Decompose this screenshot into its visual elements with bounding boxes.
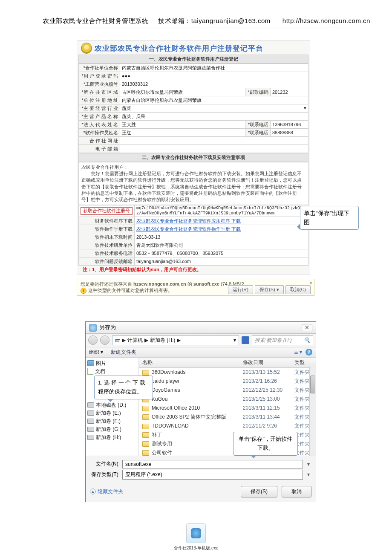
email[interactable] xyxy=(120,145,308,153)
callout-click-save: 单击“保存”，开始软件下载。 xyxy=(233,432,298,456)
dev-unit: 青岛太阳软件有限公司 xyxy=(135,241,308,249)
zipcode[interactable]: 201232 xyxy=(271,88,308,96)
nav-fwd-button[interactable] xyxy=(100,335,110,345)
nav-back-button[interactable] xyxy=(88,335,98,345)
note-red: 注：1、用户登录密码初始默认为sun，用户可自行更改。 xyxy=(78,266,308,273)
installer-caption: 合作社2013-单机版.exe xyxy=(43,545,349,551)
col-name[interactable]: 名称 xyxy=(139,358,239,368)
folder-icon xyxy=(142,414,149,420)
operator-name[interactable]: 王红 xyxy=(120,129,245,137)
folder-icon xyxy=(142,424,149,429)
service-phone: 0532－85877479、85080700、85932075 xyxy=(135,249,308,257)
documents-icon xyxy=(87,368,93,375)
download-manual-link[interactable]: 农业部农民专业合作社财务管理软件操作手册 下载 xyxy=(136,226,241,231)
hide-folders-toggle[interactable]: ▲隐藏文件夹 xyxy=(90,488,123,495)
system-name: 农业部农民专业合作社财务管理系统 xyxy=(43,17,148,25)
warning-icon: ! xyxy=(81,288,86,294)
organize-menu[interactable]: 组织 ▾ xyxy=(89,349,103,355)
cancel-button[interactable]: 取消(C) xyxy=(285,285,311,294)
installer-icon xyxy=(186,523,206,543)
address[interactable]: 内蒙古自治区呼伦贝尔市农垦局阿荣旗 xyxy=(120,96,308,104)
help-icon[interactable]: ? xyxy=(306,349,312,356)
filename-label: 文件名(N): xyxy=(90,460,120,468)
col-type[interactable]: 类型 xyxy=(291,358,316,368)
refresh-icon[interactable] xyxy=(242,336,249,344)
folder-tree[interactable]: 图片 文档 本地磁盘 (D:) 新加卷 (E:) 新加卷 (F:) 新加卷 (G… xyxy=(86,358,139,456)
list-item[interactable]: baidu player2013/2/1 16:26文件夹 xyxy=(139,377,316,386)
list-item[interactable]: 360Downloads2013/3/13 15:52文件夹 xyxy=(139,367,316,377)
chevron-down-icon[interactable]: ▾ xyxy=(306,461,311,467)
new-folder-button[interactable]: 新建文件夹 xyxy=(111,349,136,355)
col-date[interactable]: 修改日期 xyxy=(239,358,291,368)
doc-header: 农业部农民专业合作社财务管理系统 技术邮箱：taiyangruanjian@16… xyxy=(43,17,349,28)
download-program-link[interactable]: 农业部农民专业合作社财务管理软件应用程序 下载 xyxy=(136,218,241,223)
license-no[interactable]: 2013030312 xyxy=(120,80,308,88)
view-menu[interactable]: ≣ ▾ xyxy=(294,349,302,355)
drive-icon xyxy=(87,402,94,408)
folder-icon xyxy=(142,406,149,411)
chevron-down-icon[interactable]: ▾ xyxy=(306,471,311,477)
search-input[interactable]: 搜索 新加卷 (H:)🔍 xyxy=(252,335,313,345)
folder-icon xyxy=(142,370,149,376)
list-item[interactable]: TDDOWNLOAD2012/11/2 9:26文件夹 xyxy=(139,422,316,431)
folder-icon xyxy=(142,450,149,456)
saveas-icon xyxy=(89,324,97,332)
operator-phone[interactable]: 88888888 xyxy=(271,129,308,137)
download-prompt-bar: × 您是要运行还是保存来自 hzscw.nongcun.com.cn 的 sun… xyxy=(77,279,314,296)
filename-input[interactable]: sunsoft.exe xyxy=(122,460,303,468)
industry-select[interactable]: 蔬菜▾ xyxy=(120,104,308,113)
save-button[interactable]: 保存(S) ▾ xyxy=(255,285,284,294)
run-button[interactable]: 运行(R) xyxy=(228,285,253,294)
list-item[interactable]: DoyoGames2012/12/25 12:30文件夹 xyxy=(139,386,316,395)
folder-icon xyxy=(142,432,149,438)
callout-save-appears: 单击“保存”出现下图 xyxy=(300,206,359,230)
products[interactable]: 蔬菜、瓜果 xyxy=(120,113,308,121)
emblem-icon xyxy=(81,43,92,54)
warn-text: 这种类型的文件可能对您的计算机有害。 xyxy=(88,287,173,294)
feedback-mail: taiyangruanjian@163.com xyxy=(135,257,308,266)
legal-person[interactable]: 王大胜 xyxy=(120,121,245,129)
region[interactable]: 古区呼伦贝尔市农垦局阿荣旗 xyxy=(120,88,245,96)
saveas-cancel-button[interactable]: 取消 xyxy=(282,486,311,497)
notice-greet: 农民专业合作社用户： xyxy=(81,164,306,171)
download-table: 获取合作社软件注册号 mq7q1D04YhAkxYDQbyBDndooI/Uq9… xyxy=(78,205,308,266)
section1-header: 一、农民专业合作社财务软件用户注册登记 xyxy=(78,55,308,64)
website[interactable] xyxy=(120,137,308,145)
dl-time: 2013-03-13 xyxy=(135,233,308,241)
list-item[interactable]: Office 2003 SP2 简体中文完整版2013/3/11 13:44文件… xyxy=(139,413,316,422)
get-serial-button[interactable]: 获取合作社软件注册号 xyxy=(81,207,133,215)
saveas-save-button[interactable]: 保存(S) xyxy=(241,486,277,497)
serial-number[interactable]: mq7q1D04YhAkxYDQbyBDndooI/Uq9HwKDqRSeLAd… xyxy=(135,205,308,217)
mail-label: 技术邮箱： xyxy=(158,17,191,25)
list-item[interactable]: KuGou2013/1/25 13:00文件夹 xyxy=(139,395,316,404)
callout-choose-location: 1. 选 择 一 个 下 载程序的保存位置。 xyxy=(94,376,153,399)
reg-form-table: *合作社单位全称内蒙古自治区呼伦贝尔市农垦局阿荣旗蔬菜合作社 *用 户 登 录 … xyxy=(78,64,308,153)
list-item[interactable]: Microsoft Office 20102013/3/11 12:15文件夹 xyxy=(139,404,316,413)
drive-icon xyxy=(87,427,94,432)
search-icon: 🔍 xyxy=(304,337,310,343)
registration-title: 农业部农民专业合作社财务软件用户注册登记平台 xyxy=(95,43,263,53)
pictures-icon xyxy=(87,360,94,366)
drive-icon xyxy=(87,419,94,424)
saveas-title: 另存为 xyxy=(99,324,116,330)
drive-icon xyxy=(87,410,94,416)
folder-icon xyxy=(142,441,149,447)
mail-addr: taiyangruanjian@163.com xyxy=(191,17,271,24)
breadcrumb[interactable]: 🖴 ▶ 计算机 ▶ 新加卷 (H:) ▶ ▾ xyxy=(112,335,239,345)
site-url: http://hzscw.nongcun.com.cn xyxy=(282,17,370,24)
section2-header: 二、农民专业合作社财务软件下载及安装注意事项 xyxy=(78,153,308,162)
notice-body: 您好！您需要进行网上注册登记后，方可进行合作社财务软件的下载安装。如果您网上注册… xyxy=(81,171,306,203)
saveas-dialog: 另存为 ✕ 🖴 ▶ 计算机 ▶ 新加卷 (H:) ▶ ▾ 搜索 新加卷 (H:)… xyxy=(85,321,316,502)
filetype-label: 保存类型(T): xyxy=(90,471,120,478)
password-field[interactable]: ●●● xyxy=(120,72,308,80)
window-close-button[interactable]: ✕ xyxy=(302,324,312,331)
legal-phone[interactable]: 13963918796 xyxy=(271,121,308,129)
unit-name[interactable]: 内蒙古自治区呼伦贝尔市农垦局阿荣旗蔬菜合作社 xyxy=(120,64,308,72)
scrollbar[interactable] xyxy=(309,367,316,456)
drive-icon xyxy=(87,435,94,440)
notice-block: 农民专业合作社用户： 您好！您需要进行网上注册登记后，方可进行合作社财务软件的下… xyxy=(78,162,308,205)
registration-panel: 农业部农民专业合作社财务软件用户注册登记平台 一、农民专业合作社财务软件用户注册… xyxy=(77,40,310,275)
filetype-select[interactable]: 应用程序 (*.exe) xyxy=(122,470,303,480)
